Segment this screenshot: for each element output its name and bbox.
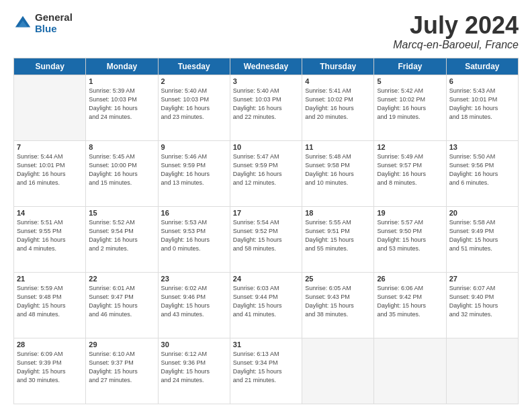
day-number: 6 [449, 77, 515, 85]
day-info: Sunrise: 6:13 AMSunset: 9:34 PMDaylight:… [233, 350, 299, 385]
page: General Blue July 2024 Marcq-en-Baroeul,… [0, 0, 532, 411]
calendar-week-row: 1Sunrise: 5:39 AMSunset: 10:03 PMDayligh… [14, 75, 519, 140]
logo-general-text: General [35, 12, 73, 24]
day-number: 16 [161, 209, 227, 217]
day-number: 26 [377, 275, 443, 283]
table-row: 31Sunrise: 6:13 AMSunset: 9:34 PMDayligh… [230, 338, 302, 404]
calendar-week-row: 7Sunrise: 5:44 AMSunset: 10:01 PMDayligh… [14, 140, 519, 206]
table-row: 29Sunrise: 6:10 AMSunset: 9:37 PMDayligh… [86, 338, 158, 404]
table-row: 3Sunrise: 5:40 AMSunset: 10:03 PMDayligh… [230, 75, 302, 140]
day-info: Sunrise: 5:45 AMSunset: 10:00 PMDaylight… [89, 152, 154, 187]
logo: General Blue [13, 12, 73, 34]
day-number: 9 [161, 143, 227, 151]
day-number: 30 [161, 340, 227, 349]
day-number: 1 [89, 77, 154, 85]
table-row: 26Sunrise: 6:06 AMSunset: 9:42 PMDayligh… [374, 272, 446, 338]
day-info: Sunrise: 5:53 AMSunset: 9:53 PMDaylight:… [161, 218, 227, 253]
day-number: 17 [233, 209, 299, 217]
day-info: Sunrise: 6:12 AMSunset: 9:36 PMDaylight:… [161, 350, 227, 385]
day-info: Sunrise: 5:58 AMSunset: 9:49 PMDaylight:… [449, 218, 515, 253]
day-info: Sunrise: 6:05 AMSunset: 9:43 PMDaylight:… [305, 284, 371, 319]
header: General Blue July 2024 Marcq-en-Baroeul,… [13, 12, 519, 51]
day-number: 7 [17, 143, 83, 151]
calendar-week-row: 14Sunrise: 5:51 AMSunset: 9:55 PMDayligh… [14, 206, 519, 272]
calendar-header-row: Sunday Monday Tuesday Wednesday Thursday… [14, 58, 519, 75]
day-number: 14 [17, 209, 83, 217]
table-row: 28Sunrise: 6:09 AMSunset: 9:39 PMDayligh… [14, 338, 86, 404]
day-info: Sunrise: 5:59 AMSunset: 9:48 PMDaylight:… [17, 284, 83, 319]
col-friday: Friday [374, 58, 446, 75]
table-row: 10Sunrise: 5:47 AMSunset: 9:59 PMDayligh… [230, 140, 302, 206]
day-info: Sunrise: 5:41 AMSunset: 10:02 PMDaylight… [305, 87, 371, 122]
day-number: 18 [305, 209, 371, 217]
table-row: 20Sunrise: 5:58 AMSunset: 9:49 PMDayligh… [446, 206, 518, 272]
table-row: 12Sunrise: 5:49 AMSunset: 9:57 PMDayligh… [374, 140, 446, 206]
table-row: 18Sunrise: 5:55 AMSunset: 9:51 PMDayligh… [302, 206, 374, 272]
day-number: 28 [17, 340, 83, 349]
day-number: 22 [89, 275, 154, 283]
table-row: 8Sunrise: 5:45 AMSunset: 10:00 PMDayligh… [86, 140, 158, 206]
day-info: Sunrise: 5:40 AMSunset: 10:03 PMDaylight… [233, 87, 299, 122]
table-row: 11Sunrise: 5:48 AMSunset: 9:58 PMDayligh… [302, 140, 374, 206]
day-info: Sunrise: 5:57 AMSunset: 9:50 PMDaylight:… [377, 218, 443, 253]
table-row: 19Sunrise: 5:57 AMSunset: 9:50 PMDayligh… [374, 206, 446, 272]
day-number: 12 [377, 143, 443, 151]
col-thursday: Thursday [302, 58, 374, 75]
table-row: 24Sunrise: 6:03 AMSunset: 9:44 PMDayligh… [230, 272, 302, 338]
day-number: 31 [233, 340, 299, 349]
day-info: Sunrise: 6:03 AMSunset: 9:44 PMDaylight:… [233, 284, 299, 319]
col-monday: Monday [86, 58, 158, 75]
table-row [14, 75, 86, 140]
table-row: 9Sunrise: 5:46 AMSunset: 9:59 PMDaylight… [158, 140, 230, 206]
title-block: July 2024 Marcq-en-Baroeul, France [393, 12, 519, 51]
table-row: 1Sunrise: 5:39 AMSunset: 10:03 PMDayligh… [86, 75, 158, 140]
table-row: 30Sunrise: 6:12 AMSunset: 9:36 PMDayligh… [158, 338, 230, 404]
day-info: Sunrise: 6:10 AMSunset: 9:37 PMDaylight:… [89, 350, 154, 385]
day-info: Sunrise: 5:47 AMSunset: 9:59 PMDaylight:… [233, 152, 299, 187]
day-info: Sunrise: 5:43 AMSunset: 10:01 PMDaylight… [449, 87, 515, 122]
day-info: Sunrise: 5:44 AMSunset: 10:01 PMDaylight… [17, 152, 83, 187]
col-wednesday: Wednesday [230, 58, 302, 75]
day-number: 2 [161, 77, 227, 85]
calendar-week-row: 21Sunrise: 5:59 AMSunset: 9:48 PMDayligh… [14, 272, 519, 338]
day-number: 8 [89, 143, 154, 151]
day-info: Sunrise: 5:42 AMSunset: 10:02 PMDaylight… [377, 87, 443, 122]
logo-blue-text: Blue [35, 24, 73, 35]
table-row: 23Sunrise: 6:02 AMSunset: 9:46 PMDayligh… [158, 272, 230, 338]
day-info: Sunrise: 6:07 AMSunset: 9:40 PMDaylight:… [449, 284, 515, 319]
table-row [302, 338, 374, 404]
day-number: 13 [449, 143, 515, 151]
day-info: Sunrise: 5:50 AMSunset: 9:56 PMDaylight:… [449, 152, 515, 187]
table-row: 4Sunrise: 5:41 AMSunset: 10:02 PMDayligh… [302, 75, 374, 140]
day-info: Sunrise: 5:39 AMSunset: 10:03 PMDaylight… [89, 87, 154, 122]
day-info: Sunrise: 5:54 AMSunset: 9:52 PMDaylight:… [233, 218, 299, 253]
day-number: 21 [17, 275, 83, 283]
day-info: Sunrise: 5:46 AMSunset: 9:59 PMDaylight:… [161, 152, 227, 187]
day-number: 29 [89, 340, 154, 349]
col-saturday: Saturday [446, 58, 518, 75]
day-number: 15 [89, 209, 154, 217]
table-row: 7Sunrise: 5:44 AMSunset: 10:01 PMDayligh… [14, 140, 86, 206]
col-sunday: Sunday [14, 58, 86, 75]
table-row: 13Sunrise: 5:50 AMSunset: 9:56 PMDayligh… [446, 140, 518, 206]
table-row: 2Sunrise: 5:40 AMSunset: 10:03 PMDayligh… [158, 75, 230, 140]
day-info: Sunrise: 6:09 AMSunset: 9:39 PMDaylight:… [17, 350, 83, 385]
day-number: 20 [449, 209, 515, 217]
table-row: 14Sunrise: 5:51 AMSunset: 9:55 PMDayligh… [14, 206, 86, 272]
day-info: Sunrise: 5:51 AMSunset: 9:55 PMDaylight:… [17, 218, 83, 253]
day-number: 27 [449, 275, 515, 283]
table-row: 16Sunrise: 5:53 AMSunset: 9:53 PMDayligh… [158, 206, 230, 272]
table-row: 22Sunrise: 6:01 AMSunset: 9:47 PMDayligh… [86, 272, 158, 338]
day-number: 11 [305, 143, 371, 151]
day-number: 3 [233, 77, 299, 85]
day-number: 10 [233, 143, 299, 151]
table-row: 17Sunrise: 5:54 AMSunset: 9:52 PMDayligh… [230, 206, 302, 272]
title-location: Marcq-en-Baroeul, France [393, 39, 519, 51]
day-number: 24 [233, 275, 299, 283]
day-number: 19 [377, 209, 443, 217]
table-row: 6Sunrise: 5:43 AMSunset: 10:01 PMDayligh… [446, 75, 518, 140]
table-row: 27Sunrise: 6:07 AMSunset: 9:40 PMDayligh… [446, 272, 518, 338]
day-number: 4 [305, 77, 371, 85]
logo-text: General Blue [35, 12, 73, 34]
day-info: Sunrise: 5:40 AMSunset: 10:03 PMDaylight… [161, 87, 227, 122]
